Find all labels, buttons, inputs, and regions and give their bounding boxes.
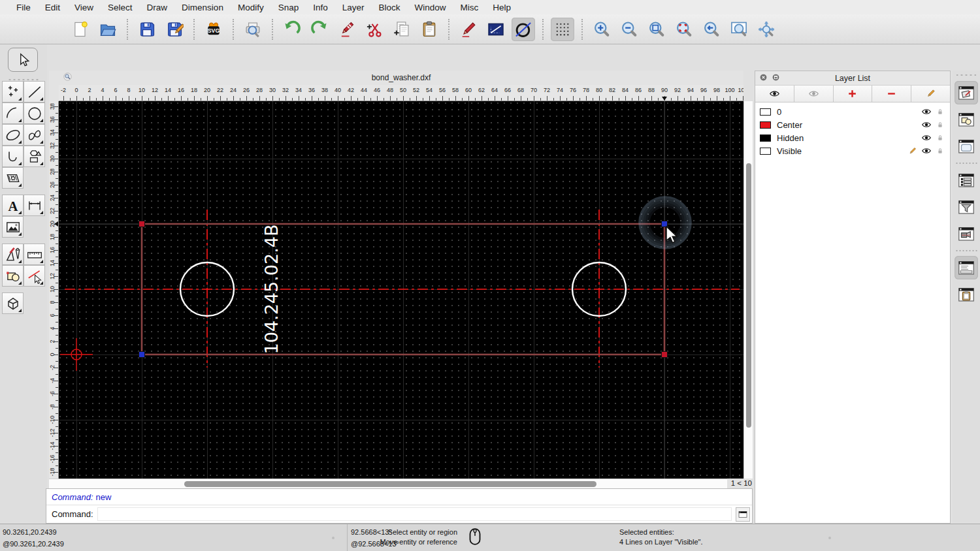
points-tool-button[interactable] <box>2 81 24 102</box>
menu-info[interactable]: Info <box>306 3 335 12</box>
zoom-pan-button[interactable] <box>755 18 778 41</box>
layer-row-visible[interactable]: Visible <box>755 144 950 157</box>
menu-draw[interactable]: Draw <box>140 3 175 12</box>
remove-layer-button[interactable] <box>872 86 911 102</box>
dock-library-browser-toggle[interactable] <box>955 222 978 245</box>
command-dock-window-button[interactable] <box>736 507 750 522</box>
zoom-window-button[interactable] <box>727 18 751 41</box>
dimension-tool-button[interactable] <box>24 195 45 216</box>
edit-layer-button[interactable] <box>911 86 950 102</box>
dock-command-line-toggle[interactable] <box>955 256 978 279</box>
menu-block[interactable]: Block <box>372 3 408 12</box>
toolbar-separator <box>581 19 583 40</box>
dock-quick-info-toggle[interactable] <box>955 134 978 158</box>
horizontal-scrollbar-thumb[interactable] <box>184 481 596 487</box>
add-layer-button[interactable] <box>834 86 873 102</box>
save-button[interactable] <box>135 18 159 41</box>
open-button[interactable] <box>96 18 120 41</box>
new-button[interactable] <box>69 18 92 41</box>
ellipse-tool-button[interactable] <box>2 124 24 146</box>
red-handle[interactable] <box>139 221 145 227</box>
menu-edit[interactable]: Edit <box>38 3 67 12</box>
red-handle[interactable] <box>662 352 668 358</box>
delete-button[interactable] <box>335 18 359 41</box>
close-panel-button[interactable] <box>759 72 768 84</box>
hide-all-layers-button[interactable] <box>794 86 834 102</box>
deselect-tool-button[interactable] <box>24 265 45 287</box>
layer-visibility-toggle[interactable] <box>921 119 932 130</box>
measure-tool-button[interactable] <box>24 244 45 265</box>
cad-tools-tool-button[interactable] <box>2 244 24 265</box>
vertical-scrollbar[interactable] <box>743 101 753 479</box>
dock-layer-list-toggle[interactable] <box>955 81 978 104</box>
menu-view[interactable]: View <box>67 3 101 12</box>
menu-modify[interactable]: Modify <box>231 3 271 12</box>
text-tool-button[interactable]: A <box>2 195 24 216</box>
layer-row-hidden[interactable]: Hidden <box>755 131 950 144</box>
copy-button[interactable] <box>390 18 414 41</box>
undo-button[interactable] <box>280 18 304 41</box>
blue-handle[interactable] <box>139 352 145 358</box>
layer-lock-toggle[interactable] <box>936 120 945 129</box>
cut-button[interactable] <box>363 18 386 41</box>
layer-visibility-toggle[interactable] <box>921 106 932 117</box>
dock-selection-filter-toggle[interactable] <box>955 195 978 219</box>
command-input[interactable] <box>97 507 732 521</box>
menu-file[interactable]: File <box>9 3 38 12</box>
menu-misc[interactable]: Misc <box>453 3 486 12</box>
undock-panel-button[interactable] <box>772 72 780 84</box>
select-pointer-icon <box>14 52 31 69</box>
spline-tool-button[interactable] <box>24 124 45 146</box>
menu-window[interactable]: Window <box>408 3 453 12</box>
menu-snap[interactable]: Snap <box>271 3 306 12</box>
blocks-tool-button[interactable] <box>2 265 24 287</box>
layer-visibility-toggle[interactable] <box>921 133 932 143</box>
layer-visibility-toggle[interactable] <box>921 146 932 156</box>
grid-toggle-button[interactable] <box>551 18 574 41</box>
horizontal-scrollbar[interactable] <box>49 479 728 488</box>
dock-block-list-toggle[interactable] <box>955 108 978 131</box>
menu-help[interactable]: Help <box>485 3 518 12</box>
layer-lock-toggle[interactable] <box>936 146 945 155</box>
dock-entity-list-toggle[interactable] <box>955 168 978 192</box>
layer-lock-toggle[interactable] <box>936 133 945 142</box>
dock-clipboard-toggle[interactable] <box>955 283 978 306</box>
line-attributes-button[interactable] <box>484 18 508 41</box>
ellipse-icon <box>5 127 22 144</box>
zoom-in-button[interactable] <box>590 18 613 41</box>
dimension-icon <box>26 197 43 214</box>
image-tool-button[interactable] <box>2 216 24 238</box>
zoom-previous-button[interactable] <box>700 18 723 41</box>
arc-tool-button[interactable] <box>2 102 24 124</box>
vertical-scrollbar-thumb[interactable] <box>746 163 751 428</box>
layer-lock-toggle[interactable] <box>936 107 945 116</box>
solid-3d-tool-button[interactable] <box>2 292 24 314</box>
menu-select[interactable]: Select <box>101 3 140 12</box>
line-tool-button[interactable] <box>24 81 45 102</box>
menu-dimension[interactable]: Dimension <box>174 3 231 12</box>
paste-button[interactable] <box>417 18 441 41</box>
shapes-tool-button[interactable] <box>24 146 45 167</box>
svg-export-button[interactable]: SVG <box>202 18 225 41</box>
zoom-redraw-button[interactable] <box>672 18 696 41</box>
v-ruler-label: -8 <box>49 400 56 413</box>
layer-row-0[interactable]: 0 <box>755 105 950 118</box>
print-preview-button[interactable] <box>241 18 265 41</box>
polyline-tool-button[interactable] <box>2 146 24 167</box>
redo-button[interactable] <box>308 18 331 41</box>
select-pointer-button[interactable] <box>8 48 38 72</box>
zoom-auto-button[interactable] <box>645 18 668 41</box>
layer-name: 0 <box>777 107 917 117</box>
circle-tool-button[interactable] <box>24 102 45 124</box>
layer-row-center[interactable]: Center <box>755 118 950 131</box>
eye-icon <box>921 106 932 117</box>
pen-attributes-button[interactable] <box>457 18 480 41</box>
drawing-canvas[interactable]: 104.245.02.4B <box>59 101 743 479</box>
tool-grid-blank <box>24 216 45 238</box>
hatch-tool-button[interactable] <box>2 167 24 189</box>
save-as-button[interactable] <box>163 18 186 41</box>
draft-mode-button[interactable] <box>512 18 535 41</box>
show-all-layers-button[interactable] <box>755 86 794 102</box>
menu-layer[interactable]: Layer <box>335 3 372 12</box>
zoom-out-button[interactable] <box>617 18 641 41</box>
